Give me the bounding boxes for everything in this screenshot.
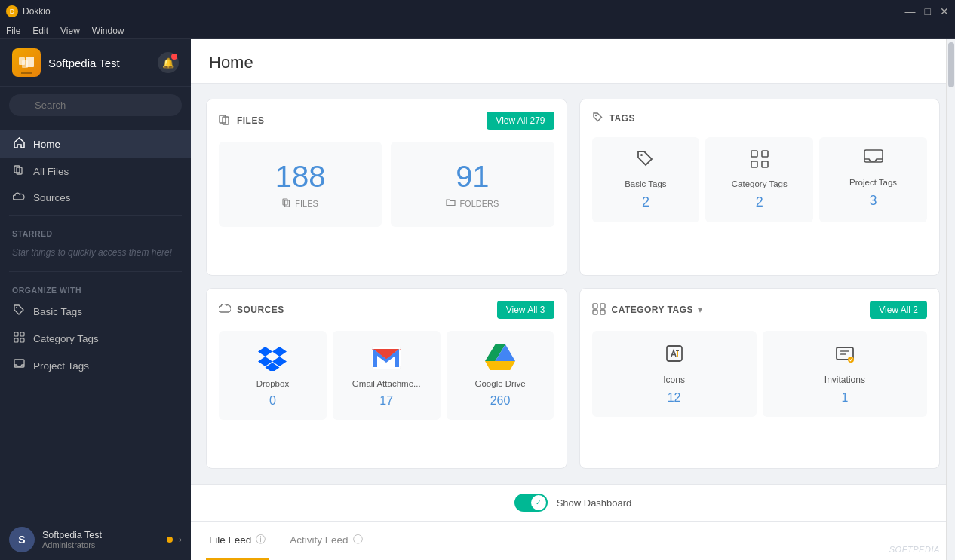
sidebar-item-project-tags[interactable]: Project Tags bbox=[0, 352, 191, 379]
sidebar-nav: Home All Files Sources bbox=[0, 124, 191, 519]
menu-file[interactable]: File bbox=[6, 26, 20, 36]
category-tags-title-group: CATEGORY TAGS ▾ bbox=[592, 303, 702, 317]
svg-rect-9 bbox=[20, 332, 24, 336]
icons-category-count: 12 bbox=[668, 391, 681, 405]
search-wrapper bbox=[9, 94, 182, 116]
category-tags-card-title-text: CATEGORY TAGS bbox=[612, 304, 693, 315]
scrollbar-thumb[interactable] bbox=[948, 42, 954, 87]
menu-window[interactable]: Window bbox=[92, 26, 124, 36]
sidebar-item-home[interactable]: Home bbox=[0, 130, 191, 158]
user-avatar: S bbox=[9, 527, 35, 552]
tab-activity-feed[interactable]: Activity Feed ⓘ bbox=[287, 522, 365, 560]
svg-rect-23 bbox=[864, 150, 883, 162]
sidebar-expand-button[interactable]: › bbox=[179, 534, 182, 545]
files-label: FILES bbox=[282, 198, 318, 209]
gdrive-logo bbox=[485, 343, 515, 373]
user-details: Softpedia Test Administrators bbox=[42, 530, 102, 549]
tags-card-title: TAGS bbox=[592, 112, 635, 125]
files-view-all-button[interactable]: View All 279 bbox=[487, 112, 554, 130]
divider-2 bbox=[9, 271, 182, 272]
files-title-icon bbox=[219, 114, 231, 128]
sources-card: SOURCES View All 3 bbox=[206, 288, 567, 469]
user-role: Administrators bbox=[42, 540, 102, 549]
svg-rect-26 bbox=[600, 304, 605, 308]
project-tags-label: Project Tags bbox=[33, 360, 89, 372]
invitations-category-icon bbox=[834, 343, 855, 369]
starred-placeholder: Star things to quickly access them here! bbox=[0, 241, 191, 267]
organize-label: ORGANIZE WITH bbox=[0, 277, 191, 298]
basic-tags-count: 2 bbox=[642, 194, 649, 210]
sidebar-footer: S Softpedia Test Administrators › bbox=[0, 519, 191, 560]
sources-label: Sources bbox=[33, 192, 71, 203]
search-input[interactable] bbox=[9, 94, 182, 116]
category-tags-card-icon bbox=[592, 303, 606, 317]
svg-rect-27 bbox=[593, 310, 597, 314]
menu-view[interactable]: View bbox=[60, 26, 80, 36]
file-feed-help-icon[interactable]: ⓘ bbox=[256, 533, 266, 546]
chevron-down-icon[interactable]: ▾ bbox=[698, 304, 702, 315]
sources-title-text: SOURCES bbox=[237, 304, 284, 315]
svg-rect-8 bbox=[14, 332, 18, 336]
sidebar-item-category-tags[interactable]: Category Tags bbox=[0, 325, 191, 352]
files-count: 188 bbox=[275, 160, 326, 194]
basic-tags-label: Basic Tags bbox=[33, 306, 82, 317]
folders-stat-label: FOLDERS bbox=[459, 199, 499, 208]
basic-tags-icon bbox=[636, 149, 656, 173]
category-tags-view-all-button[interactable]: View All 2 bbox=[870, 301, 927, 319]
project-tags-item[interactable]: Project Tags 3 bbox=[819, 137, 927, 222]
project-tags-name: Project Tags bbox=[849, 178, 897, 187]
source-gmail[interactable]: Gmail Attachme... 17 bbox=[333, 331, 441, 420]
svg-rect-10 bbox=[14, 338, 18, 342]
sidebar: Softpedia Test bbox=[0, 39, 191, 560]
activity-feed-help-icon[interactable]: ⓘ bbox=[353, 533, 363, 546]
svg-point-7 bbox=[16, 307, 17, 308]
minimize-button[interactable]: — bbox=[905, 5, 916, 17]
dashboard-toggle-row: ✓ Show Dashboard bbox=[191, 484, 955, 521]
notification-bell[interactable] bbox=[158, 52, 179, 73]
category-icons-item[interactable]: Icons 12 bbox=[592, 331, 757, 417]
main-header: Home bbox=[191, 39, 955, 84]
app-layout: Softpedia Test bbox=[0, 39, 955, 560]
sidebar-item-sources[interactable]: Sources bbox=[0, 185, 191, 210]
show-dashboard-toggle[interactable]: ✓ bbox=[514, 494, 548, 512]
sources-view-all-button[interactable]: View All 3 bbox=[497, 301, 554, 319]
files-stat-box: 188 FILES bbox=[219, 142, 382, 227]
sidebar-item-all-files[interactable]: All Files bbox=[0, 158, 191, 185]
cloud-icon bbox=[12, 191, 26, 203]
all-files-label: All Files bbox=[33, 166, 69, 177]
app-icon: D bbox=[6, 5, 18, 17]
dashboard-grid: FILES View All 279 188 bbox=[191, 84, 955, 484]
source-dropbox[interactable]: Dropbox 0 bbox=[219, 331, 327, 420]
gmail-count: 17 bbox=[379, 394, 393, 408]
folders-stat-icon bbox=[446, 198, 456, 208]
source-google-drive[interactable]: Google Drive 260 bbox=[447, 331, 554, 420]
search-container bbox=[0, 87, 191, 124]
brand-name: Softpedia Test bbox=[48, 57, 120, 69]
maximize-button[interactable]: □ bbox=[925, 5, 931, 17]
category-tags-item[interactable]: Category Tags 2 bbox=[705, 137, 813, 222]
user-name: Softpedia Test bbox=[42, 530, 102, 540]
category-grid: Icons 12 bbox=[592, 331, 928, 417]
brand: Softpedia Test bbox=[12, 48, 120, 77]
svg-rect-22 bbox=[762, 161, 768, 167]
files-card-header: FILES View All 279 bbox=[219, 112, 554, 130]
dropbox-logo bbox=[257, 343, 287, 373]
tags-title-text: TAGS bbox=[610, 113, 635, 124]
project-tags-icon bbox=[864, 149, 883, 172]
basic-tags-item[interactable]: Basic Tags 2 bbox=[592, 137, 700, 222]
divider-1 bbox=[9, 215, 182, 216]
invitations-category-count: 1 bbox=[841, 391, 848, 405]
svg-rect-30 bbox=[676, 350, 679, 351]
menu-edit[interactable]: Edit bbox=[32, 26, 48, 36]
files-stat-icon bbox=[282, 198, 291, 209]
show-dashboard-label: Show Dashboard bbox=[557, 497, 632, 509]
invitations-category-name: Invitations bbox=[824, 375, 865, 385]
category-tags-card-header: CATEGORY TAGS ▾ View All 2 bbox=[592, 301, 928, 319]
close-button[interactable]: ✕ bbox=[940, 5, 949, 17]
gmail-name: Gmail Attachme... bbox=[352, 379, 421, 388]
sidebar-item-basic-tags[interactable]: Basic Tags bbox=[0, 298, 191, 325]
tab-file-feed[interactable]: File Feed ⓘ bbox=[206, 522, 269, 560]
files-stat-label: FILES bbox=[295, 199, 318, 208]
category-invitations-item[interactable]: Invitations 1 bbox=[763, 331, 927, 417]
starred-label: STARRED bbox=[0, 220, 191, 241]
